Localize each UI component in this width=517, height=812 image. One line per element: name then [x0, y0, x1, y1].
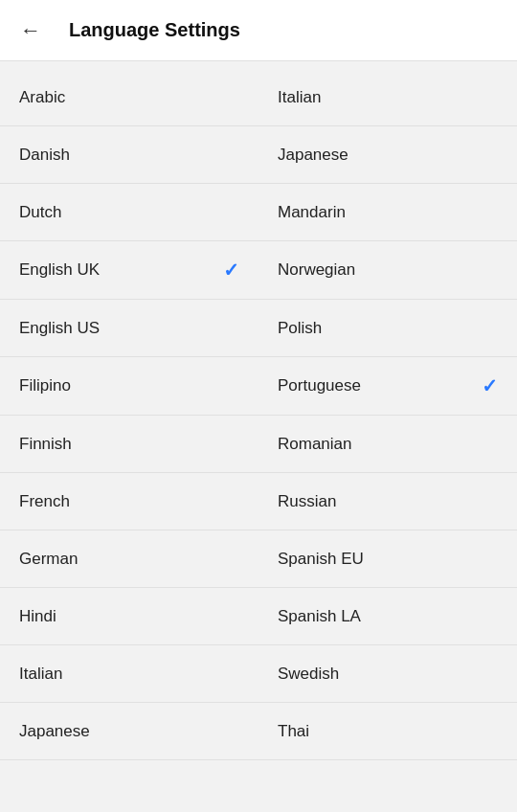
language-label: Mandarin [278, 203, 346, 222]
language-item-spanish-eu[interactable]: Spanish EU [258, 530, 517, 588]
language-item-dutch[interactable]: Dutch [0, 184, 258, 241]
language-label: Finnish [19, 435, 72, 454]
language-label: Dutch [19, 203, 61, 222]
language-label: Spanish EU [278, 550, 364, 569]
language-label: French [19, 492, 70, 511]
language-item-polish[interactable]: Polish [258, 300, 517, 357]
language-item-thai[interactable]: Thai [258, 703, 517, 760]
language-label: Hindi [19, 607, 56, 626]
language-label: Italian [19, 665, 62, 684]
language-label: Russian [278, 492, 336, 511]
language-item-hindi[interactable]: Hindi [0, 588, 258, 645]
language-label: Swedish [278, 665, 339, 684]
language-label: Japanese [19, 722, 90, 741]
language-item-danish[interactable]: Danish [0, 126, 258, 184]
page-title: Language Settings [69, 19, 240, 41]
language-item-japanese[interactable]: Japanese [0, 703, 258, 760]
language-label: English UK [19, 260, 100, 280]
language-label: German [19, 550, 78, 569]
language-label: Romanian [278, 435, 352, 454]
language-label: Thai [278, 722, 309, 741]
language-item-japanese[interactable]: Japanese [258, 126, 517, 184]
language-item-russian[interactable]: Russian [258, 473, 517, 530]
language-label: Portuguese [278, 376, 361, 395]
language-label: Spanish LA [278, 607, 361, 626]
language-item-french[interactable]: French [0, 473, 258, 530]
language-item-english-us[interactable]: English US [0, 300, 258, 357]
language-item-german[interactable]: German [0, 530, 258, 588]
language-item-english-uk[interactable]: English UK✓ [0, 241, 258, 300]
language-list-content: ArabicItalianDanishJapaneseDutchMandarin… [0, 61, 517, 768]
language-item-filipino[interactable]: Filipino [0, 357, 258, 416]
language-label: Italian [278, 88, 321, 107]
back-button[interactable]: ← [15, 15, 46, 46]
language-label: Filipino [19, 376, 71, 395]
language-item-norwegian[interactable]: Norwegian [258, 241, 517, 300]
language-item-romanian[interactable]: Romanian [258, 416, 517, 473]
language-label: Arabic [19, 88, 65, 107]
language-item-portuguese[interactable]: Portuguese✓ [258, 357, 517, 416]
back-icon: ← [20, 18, 41, 43]
language-label: Polish [278, 319, 322, 338]
language-label: Norwegian [278, 260, 355, 280]
language-grid: ArabicItalianDanishJapaneseDutchMandarin… [0, 69, 517, 760]
app-header: ← Language Settings [0, 0, 517, 61]
check-icon: ✓ [482, 374, 498, 397]
language-item-mandarin[interactable]: Mandarin [258, 184, 517, 241]
language-item-italian[interactable]: Italian [0, 645, 258, 703]
check-icon: ✓ [223, 259, 239, 282]
language-item-spanish-la[interactable]: Spanish LA [258, 588, 517, 645]
language-label: Danish [19, 146, 70, 165]
language-item-italian[interactable]: Italian [258, 69, 517, 126]
language-label: English US [19, 319, 100, 338]
language-item-swedish[interactable]: Swedish [258, 645, 517, 703]
language-label: Japanese [278, 146, 348, 165]
language-item-arabic[interactable]: Arabic [0, 69, 258, 126]
language-item-finnish[interactable]: Finnish [0, 416, 258, 473]
